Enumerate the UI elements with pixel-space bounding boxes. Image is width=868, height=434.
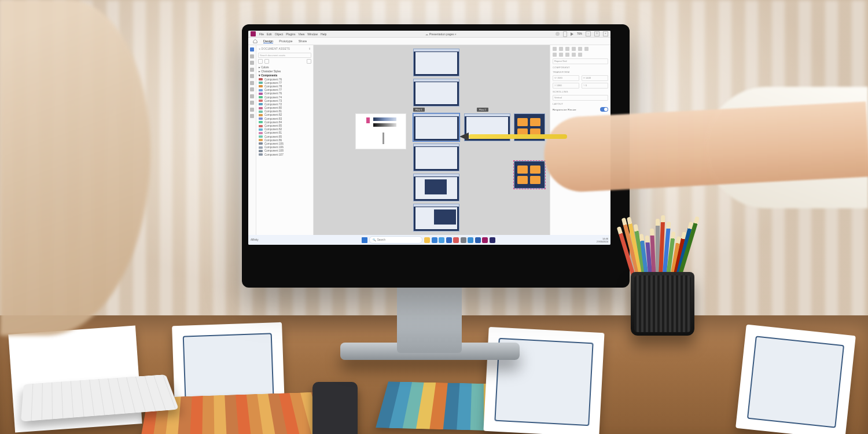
pen-tool-icon[interactable] [250,81,254,85]
select-tool-icon[interactable] [250,47,254,52]
artboard-page-3[interactable] [413,113,459,141]
list-view-icon[interactable] [264,59,269,64]
menu-help[interactable]: Help [321,32,326,36]
assets-panel-title: ◂ DOCUMENT ASSETS [259,47,290,50]
taskbar-app-store[interactable] [439,237,444,243]
zoom-level[interactable]: 76% [577,32,582,35]
menu-object[interactable]: Object [275,32,283,36]
align-left-icon[interactable] [553,47,557,51]
taskbar-app-xd[interactable] [482,237,488,243]
section-char-styles[interactable]: ▸ Character Styles [256,69,313,73]
menu-bar: File Edit Object Plugins View Window Hel… [259,32,326,36]
taskbar-app-settings[interactable] [461,237,466,243]
flip-h-icon[interactable] [565,53,569,57]
assets-tool-icon[interactable] [250,108,254,112]
start-button[interactable] [362,237,367,243]
y-input[interactable]: Y 0 [582,83,608,89]
ellipse-tool-icon[interactable] [250,61,254,65]
flow-2-label[interactable]: Flow 2 [477,108,488,112]
phone-prop [312,382,358,434]
taskbar-apps [424,237,495,243]
scrolling-select[interactable]: Vertical [553,95,608,101]
menu-file[interactable]: File [259,32,264,36]
distribute-tools-row [553,53,608,57]
section-components[interactable]: ▾ Components [256,73,313,78]
scrolling-label: SCROLLING [553,90,608,93]
pointing-pencil [469,134,567,139]
taskbar-app-mail[interactable] [446,237,452,243]
dist-h-icon[interactable] [553,53,557,57]
tool-column [248,45,256,236]
taskbar-app-vscode[interactable] [468,237,473,243]
menu-view[interactable]: View [299,32,305,36]
artboard-page-1[interactable] [413,49,459,76]
assets-share-icon[interactable]: ⇧ [308,47,311,50]
maximize-button[interactable]: □ [594,31,599,36]
app-titlebar: File Edit Object Plugins View Window Hel… [248,31,610,38]
taskbar-status: Affinity [251,238,258,241]
artboard-tool-icon[interactable] [250,94,254,98]
thumb-dark-1[interactable] [425,179,447,194]
close-button[interactable]: × [603,31,608,36]
filter-icon[interactable] [258,59,263,64]
thumb-dark-2[interactable] [434,209,456,225]
text-tool-icon[interactable] [250,87,254,91]
align-bottom-icon[interactable] [584,47,589,51]
invite-icon[interactable] [556,32,560,36]
x-input[interactable]: X 1080 [553,83,579,89]
line-tool-icon[interactable] [250,74,254,78]
align-vc-icon[interactable] [578,47,582,51]
boolean-icon[interactable] [578,53,582,57]
component-item[interactable]: Component 107 [256,153,313,156]
polygon-tool-icon[interactable] [250,68,254,72]
layout-section-label: LAYOUT [553,102,608,105]
transform-section-label: TRANSFORM [553,71,608,73]
assets-search-input[interactable]: Search document assets [258,53,311,58]
taskbar-app-edge[interactable] [432,237,437,243]
add-asset-icon[interactable] [307,59,311,64]
tab-prototype[interactable]: Prototype [279,39,293,43]
component-list[interactable]: Component 76Component 77Component 78Comp… [256,78,313,236]
windows-taskbar: Affinity 🔍 Search 14:46 27/05/2024 [248,235,610,245]
mobile-preview-icon[interactable] [563,31,567,37]
minimize-button[interactable]: – [586,31,591,36]
align-hc-icon[interactable] [559,47,563,51]
taskbar-search-input[interactable]: 🔍 Search [369,236,422,244]
rectangle-tool-icon[interactable] [250,54,254,58]
document-title[interactable]: ☁ Presentation pages ▾ [330,32,552,36]
layers-tool-icon[interactable] [250,114,254,118]
dist-v-icon[interactable] [559,53,563,57]
width-input[interactable]: W 1920 [553,75,579,81]
artboard-page-4[interactable] [413,144,459,171]
align-right-icon[interactable] [565,47,569,51]
align-tools-row [553,47,608,51]
artboard-flow2-3[interactable] [514,161,545,189]
flip-v-icon[interactable] [572,53,576,57]
home-icon[interactable] [253,39,258,43]
assets-filter-row [258,59,311,64]
taskbar-app-explorer[interactable] [424,237,430,243]
app-logo-icon[interactable] [251,31,256,36]
play-icon[interactable] [571,32,573,36]
menu-plugins[interactable]: Plugins [286,32,295,36]
canvas[interactable]: Flow 1 Flow 2 [314,45,550,236]
zoom-tool-icon[interactable] [250,101,254,105]
tab-share[interactable]: Share [299,39,307,43]
tab-design[interactable]: Design [263,39,273,43]
taskbar-app-photos[interactable] [453,237,459,243]
responsive-toggle[interactable] [600,107,608,112]
align-top-icon[interactable] [572,47,576,51]
artboard-page-2[interactable] [413,79,459,106]
taskbar-app-ps[interactable] [490,237,495,243]
menu-edit[interactable]: Edit [267,32,272,36]
pencil-cup [631,272,694,336]
artboard-color-reference[interactable] [355,113,406,149]
taskbar-app-word[interactable] [475,237,481,243]
section-colors[interactable]: ▸ Colors [256,65,313,69]
mode-tabs: Design Prototype Share [248,38,610,45]
repeat-grid-button[interactable]: Repeat Grid [553,58,608,64]
taskbar-clock[interactable]: 14:46 27/05/2024 [597,237,608,243]
height-input[interactable]: H 1440 [582,75,608,81]
flow-1-label[interactable]: Flow 1 [413,108,425,112]
menu-window[interactable]: Window [307,32,318,36]
